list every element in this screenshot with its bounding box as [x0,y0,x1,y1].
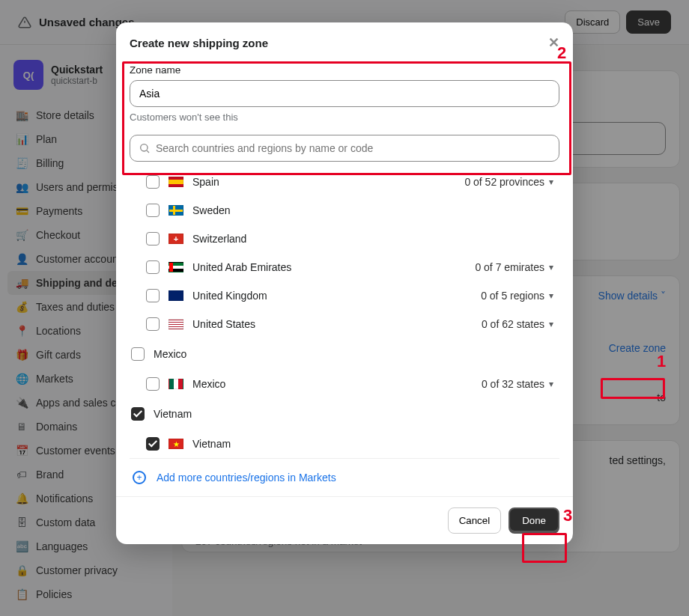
flag-icon [169,290,183,301]
chevron-down-icon: ▾ [549,379,553,389]
checkbox-country[interactable] [146,289,160,302]
country-label: Mexico [192,378,225,390]
subdivision-count: 0 of 5 regions [481,290,544,302]
checkbox-country[interactable] [146,204,160,217]
flag-icon [169,262,183,272]
search-icon [139,142,151,154]
subdivision-link[interactable]: 0 of 7 emirates▾ [475,261,553,273]
subdivision-count: 0 of 32 states [482,378,544,390]
subdivision-count: 0 of 52 provinces [464,176,544,188]
chevron-down-icon: ▾ [549,177,553,187]
modal-title: Create new shipping zone [130,37,268,49]
group-label: Mexico [154,348,186,360]
group-vietnam[interactable]: Vietnam [128,398,556,430]
subdivision-link[interactable]: 0 of 5 regions▾ [481,290,553,302]
country-label: Switzerland [192,233,246,245]
country-label: Sweden [192,204,231,216]
subdivision-count: 0 of 62 states [482,318,544,330]
flag-icon [169,319,183,329]
checkbox-vietnam[interactable] [146,437,160,451]
country-row[interactable]: Spain 0 of 52 provinces▾ [128,168,556,196]
add-more-label: Add more countries/regions in Markets [157,472,336,484]
svg-point-0 [141,144,148,151]
country-label: Spain [192,176,219,188]
zone-help-text: Customers won't see this [130,112,559,123]
checkbox-country[interactable] [146,260,160,274]
subdivision-link[interactable]: 0 of 52 provinces▾ [464,176,553,188]
country-row[interactable]: United States 0 of 62 states▾ [128,310,556,338]
svg-line-1 [147,150,149,153]
chevron-down-icon: ▾ [549,262,553,272]
country-label: United Kingdom [192,290,267,302]
checkbox-mexico-group[interactable] [131,347,145,361]
flag-icon [169,177,183,187]
cancel-button[interactable]: Cancel [448,507,502,534]
flag-icon [169,205,183,216]
checkbox-country[interactable] [146,317,160,331]
add-more-countries-link[interactable]: + Add more countries/regions in Markets [130,458,559,496]
checkbox-country[interactable] [146,232,160,246]
country-row[interactable]: United Kingdom 0 of 5 regions▾ [128,281,556,310]
country-search-input[interactable] [130,135,559,162]
zone-name-label: Zone name [130,64,559,76]
subdivision-link[interactable]: 0 of 32 states ▾ [482,378,553,390]
checkbox-mexico[interactable] [146,377,160,391]
group-label: Vietnam [154,408,192,420]
chevron-down-icon: ▾ [549,290,553,301]
checkbox-vietnam-group[interactable] [131,407,145,421]
country-list[interactable]: Spain 0 of 52 provinces▾ Sweden + Switze… [128,168,561,458]
chevron-down-icon: ▾ [549,319,553,329]
zone-name-input[interactable] [130,80,559,107]
checkbox-country[interactable] [146,175,160,189]
country-row[interactable]: United Arab Emirates 0 of 7 emirates▾ [128,253,556,281]
done-button[interactable]: Done [509,507,559,534]
country-label: Vietnam [192,438,231,450]
flag-icon: ★ [169,439,183,449]
flag-icon: + [169,234,183,244]
subdivision-count: 0 of 7 emirates [475,261,544,273]
group-mexico[interactable]: Mexico [128,338,556,370]
country-row[interactable]: Sweden [128,196,556,225]
country-row[interactable]: + Switzerland [128,225,556,253]
country-vietnam[interactable]: ★ Vietnam [128,430,556,458]
plus-circle-icon: + [133,471,146,484]
country-label: United States [192,318,255,330]
country-mexico[interactable]: Mexico 0 of 32 states ▾ [128,370,556,398]
flag-icon [169,379,183,389]
country-label: United Arab Emirates [192,261,291,273]
close-icon[interactable]: ✕ [548,34,559,51]
shipping-zone-modal: Create new shipping zone ✕ Zone name Cus… [116,22,573,544]
subdivision-link[interactable]: 0 of 62 states▾ [482,318,553,330]
